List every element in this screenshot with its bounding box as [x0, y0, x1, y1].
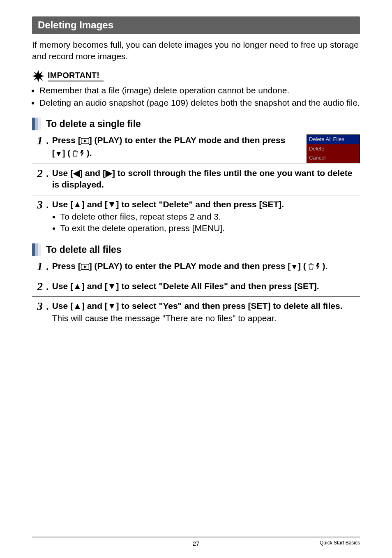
section-title-bar: Deleting Images — [32, 16, 360, 34]
single-step1-wrap: 1 . Press [] (PLAY) to enter the PLAY mo… — [32, 134, 360, 160]
step-dot: . — [46, 167, 49, 178]
section-title: Deleting Images — [38, 19, 113, 30]
all-step3-text: Use [▲] and [▼] to select "Yes" and then… — [52, 300, 360, 312]
play-icon — [81, 261, 89, 273]
footer-rule — [32, 537, 360, 537]
step-number: 1 — [32, 134, 43, 146]
all-step-2: 2 . Use [▲] and [▼] to select "Delete Al… — [32, 280, 360, 292]
step-number: 1 — [32, 260, 43, 272]
all-step1-text: Press [] (PLAY) to enter the PLAY mode a… — [52, 260, 360, 273]
menu-row-delete: Delete — [307, 144, 360, 154]
divider — [32, 164, 360, 164]
all-step2-text: Use [▲] and [▼] to select "Delete All Fi… — [52, 280, 360, 292]
step-dot: . — [46, 134, 49, 146]
single-step2-text: Use [◀] and [▶] to scroll through the fi… — [52, 167, 360, 191]
important-item: Remember that a file (image) delete oper… — [39, 85, 360, 96]
divider — [32, 277, 360, 277]
step-dot: . — [46, 199, 49, 210]
important-list: Remember that a file (image) delete oper… — [32, 85, 360, 109]
subheading-all-files: To delete all files — [32, 243, 360, 256]
starburst-icon — [32, 70, 44, 82]
single-step-1: 1 . Press [] (PLAY) to enter the PLAY mo… — [32, 134, 298, 160]
subheading-accent — [32, 243, 41, 256]
page-content: Deleting Images If memory becomes full, … — [32, 16, 360, 324]
divider — [32, 195, 360, 195]
trash-icon — [73, 148, 78, 160]
svg-marker-5 — [84, 265, 87, 269]
single-step-3: 3 . Use [▲] and [▼] to select "Delete" a… — [32, 199, 360, 234]
single-step3-text: Use [▲] and [▼] to select "Delete" and t… — [52, 199, 360, 210]
menu-row-cancel: Cancel — [307, 153, 360, 163]
single-step3-notes: To delete other files, repeat steps 2 an… — [52, 211, 360, 234]
footer-chapter: Quick Start Basics — [320, 540, 360, 546]
svg-marker-0 — [32, 70, 44, 82]
subheading-single-file: To delete a single file — [32, 118, 360, 130]
important-item: Deleting an audio snapshot (page 109) de… — [39, 97, 360, 109]
svg-marker-2 — [84, 139, 87, 143]
down-triangle-icon: ▼ — [291, 263, 298, 271]
flash-icon — [80, 148, 84, 160]
step-dot: . — [46, 260, 49, 271]
list-item: To exit the delete operation, press [MEN… — [60, 222, 360, 234]
important-callout: IMPORTANT! — [32, 70, 360, 82]
trash-icon — [309, 261, 314, 273]
step-number: 3 — [32, 199, 43, 211]
step-number: 3 — [32, 300, 43, 312]
list-item: To delete other files, repeat steps 2 an… — [60, 211, 360, 222]
page-number: 27 — [193, 540, 200, 547]
important-label: IMPORTANT! — [48, 71, 104, 81]
subheading-accent — [32, 118, 41, 130]
step-dot: . — [46, 280, 49, 292]
subheading-label: To delete all files — [46, 243, 122, 256]
subheading-label: To delete a single file — [46, 118, 141, 130]
page-footer: 27 Quick Start Basics — [32, 537, 360, 546]
single-step1-text: Press [] (PLAY) to enter the PLAY mode a… — [52, 134, 298, 160]
step-number: 2 — [32, 280, 43, 292]
all-step-3: 3 . Use [▲] and [▼] to select "Yes" and … — [32, 300, 360, 324]
svg-marker-6 — [316, 263, 320, 270]
intro-paragraph: If memory becomes full, you can delete i… — [32, 39, 360, 63]
menu-row-delete-all: Delete All Files — [307, 135, 360, 144]
play-icon — [81, 135, 89, 147]
single-step-2: 2 . Use [◀] and [▶] to scroll through th… — [32, 167, 360, 191]
step-dot: . — [46, 300, 49, 311]
svg-marker-3 — [80, 150, 84, 157]
divider — [32, 296, 360, 297]
delete-menu-thumbnail: Delete All Files Delete Cancel — [307, 134, 360, 163]
down-triangle-icon: ▼ — [55, 150, 62, 158]
all-step-1: 1 . Press [] (PLAY) to enter the PLAY mo… — [32, 260, 360, 273]
all-step3-note: This will cause the message "There are n… — [52, 313, 360, 324]
flash-icon — [316, 261, 320, 273]
step-number: 2 — [32, 167, 43, 179]
